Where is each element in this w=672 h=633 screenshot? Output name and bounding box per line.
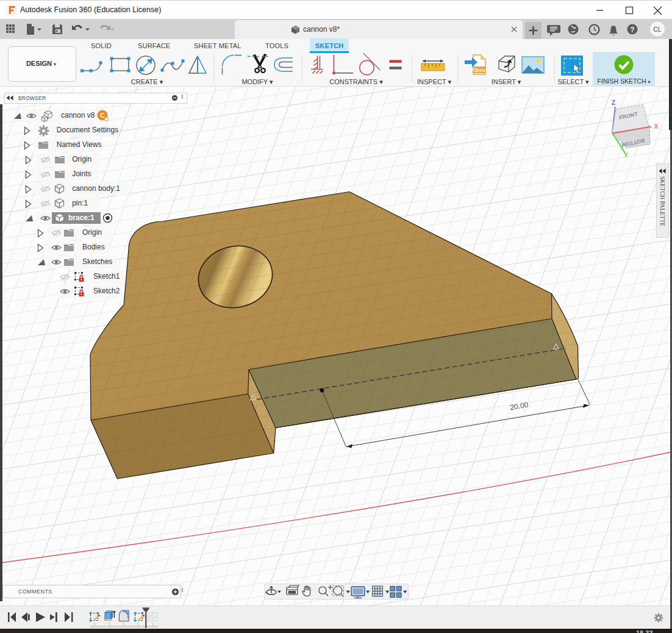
svg-text:SVG: SVG — [476, 68, 485, 73]
svg-text:Z: Z — [612, 99, 616, 106]
svg-text:?: ? — [630, 26, 634, 34]
svg-text:X: X — [654, 123, 658, 130]
svg-text:Y: Y — [624, 151, 628, 159]
svg-text:C: C — [100, 112, 105, 119]
svg-text:CL: CL — [653, 26, 662, 33]
